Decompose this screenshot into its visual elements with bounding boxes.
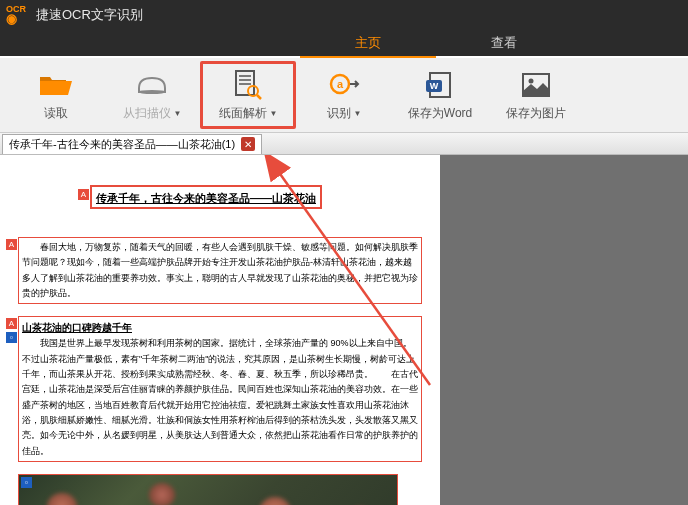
image-marker-icon: ▫ — [21, 477, 32, 488]
scanner-icon — [135, 69, 169, 101]
toolbar: 读取 从扫描仪▼ 纸面解析▼ a 识别▼ W 保存为Word 保存为图片 — [0, 58, 688, 133]
svg-point-13 — [529, 78, 534, 83]
doc-title-region[interactable]: A 传承千年，古往今来的美容圣品——山茶花油 — [90, 185, 322, 209]
preview-panel — [440, 155, 688, 505]
scanner-button[interactable]: 从扫描仪▼ — [104, 61, 200, 129]
chevron-down-icon: ▼ — [270, 109, 278, 118]
close-icon[interactable]: ✕ — [241, 137, 255, 151]
text-marker-icon: A — [6, 239, 17, 250]
doc-title: 传承千年，古往今来的美容圣品——山茶花油 — [96, 192, 316, 204]
save-word-button[interactable]: W 保存为Word — [392, 61, 488, 129]
menu-view[interactable]: 查看 — [436, 30, 572, 56]
folder-open-icon — [38, 69, 74, 101]
menu-bar: 主页 查看 — [0, 30, 688, 56]
workspace: A 传承千年，古往今来的美容圣品——山茶花油 A 春回大地，万物复苏，随着天气的… — [0, 155, 688, 505]
document-search-icon — [233, 69, 263, 101]
text-marker-icon: A — [78, 189, 89, 200]
subheading: 山茶花油的口碑跨越千年 — [22, 322, 132, 333]
layout-button[interactable]: 纸面解析▼ — [200, 61, 296, 129]
menu-home[interactable]: 主页 — [300, 30, 436, 56]
tab-title: 传承千年-古往今来的美容圣品——山茶花油(1) — [9, 137, 235, 152]
svg-text:a: a — [337, 78, 344, 90]
text-marker-icon: A — [6, 318, 17, 329]
recognize-icon: a — [328, 69, 360, 101]
title-bar: OCR ◉ 捷速OCR文字识别 — [0, 0, 688, 30]
image-marker-icon: ▫ — [6, 332, 17, 343]
svg-text:W: W — [430, 81, 439, 91]
save-image-button[interactable]: 保存为图片 — [488, 61, 584, 129]
svg-point-0 — [138, 90, 166, 94]
svg-line-6 — [257, 95, 261, 99]
paragraph-text: 春回大地，万物复苏，随着天气的回暖，有些人会遇到肌肤干燥、敏感等问题。如何解决肌… — [22, 242, 418, 298]
app-title: 捷速OCR文字识别 — [36, 6, 143, 24]
embedded-image — [19, 475, 397, 505]
image-region[interactable]: ▫ — [18, 474, 398, 505]
read-button[interactable]: 读取 — [8, 61, 104, 129]
recognize-button[interactable]: a 识别▼ — [296, 61, 392, 129]
tabs-bar: 传承千年-古往今来的美容圣品——山茶花油(1) ✕ — [0, 133, 688, 155]
word-icon: W — [424, 69, 456, 101]
document-tab[interactable]: 传承千年-古往今来的美容圣品——山茶花油(1) ✕ — [2, 134, 262, 154]
paragraph-region-1[interactable]: A 春回大地，万物复苏，随着天气的回暖，有些人会遇到肌肤干燥、敏感等问题。如何解… — [18, 237, 422, 304]
svg-rect-1 — [236, 71, 254, 95]
paragraph-text: 我国是世界上最早发现茶树和利用茶树的国家。据统计，全球茶油产量的 90%以上来自… — [22, 338, 418, 455]
chevron-down-icon: ▼ — [174, 109, 182, 118]
app-logo: OCR ◉ — [6, 5, 26, 25]
chevron-down-icon: ▼ — [354, 109, 362, 118]
image-icon — [520, 69, 552, 101]
document-area: A 传承千年，古往今来的美容圣品——山茶花油 A 春回大地，万物复苏，随着天气的… — [0, 155, 440, 505]
paragraph-region-2[interactable]: A ▫ 山茶花油的口碑跨越千年 我国是世界上最早发现茶树和利用茶树的国家。据统计… — [18, 316, 422, 462]
